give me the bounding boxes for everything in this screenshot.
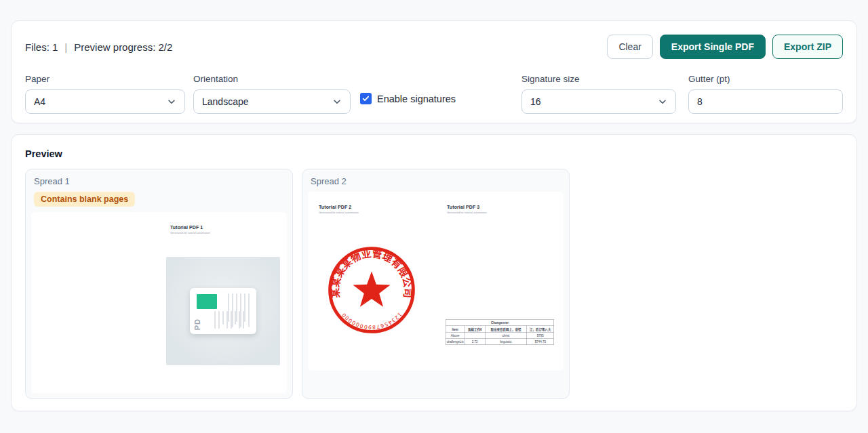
paper-select[interactable]: A4 xyxy=(25,89,185,114)
preview-progress-label: Preview progress: 2/2 xyxy=(74,41,172,53)
spread-1-label: Spread 1 xyxy=(34,176,284,186)
spreads-list: Spread 1 Contains blank pages Tutorial P… xyxy=(25,169,843,399)
orientation-field: Orientation Landscape xyxy=(193,74,351,114)
signature-size-select-value: 16 xyxy=(530,96,541,107)
pdf-1-subtitle: Generated for tutorial automation xyxy=(170,231,288,234)
spread-card-2: Spread 2 Tutorial PDF 2 Generated for tu… xyxy=(302,169,570,399)
controls-row: Paper A4 Orientation Landscape Enable si… xyxy=(25,74,843,114)
table-header-cell: Item xyxy=(446,326,465,333)
gutter-label: Gutter (pt) xyxy=(688,74,843,84)
signature-size-field: Signature size 16 xyxy=(521,74,676,114)
svg-text:1234567890000000: 1234567890000000 xyxy=(340,311,403,330)
files-count-label: Files: 1 xyxy=(25,41,58,53)
pdf-file-icon: PD xyxy=(190,288,256,334)
chevron-down-icon xyxy=(167,97,176,106)
export-single-pdf-button[interactable]: Export Single PDF xyxy=(660,35,766,59)
table-header-cell: 连续工作6 xyxy=(465,326,485,333)
spread-2-page-area: Tutorial PDF 2 Generated for tutorial au… xyxy=(308,192,564,371)
spread-2-left-page: Tutorial PDF 2 Generated for tutorial au… xyxy=(308,192,436,371)
toolbar-row: Files: 1 | Preview progress: 2/2 Clear E… xyxy=(25,35,843,59)
pdf-2-title: Tutorial PDF 2 xyxy=(319,204,436,209)
signature-size-label: Signature size xyxy=(521,74,676,84)
company-stamp: 某某某某物业管理有限公司 1234567890000000 xyxy=(325,242,418,338)
spread-2-label: Spread 2 xyxy=(311,176,561,186)
pdf-1-title: Tutorial PDF 1 xyxy=(170,224,288,230)
export-zip-button[interactable]: Export ZIP xyxy=(772,35,843,59)
table-row: challengeLis 2.72 linguistic $744.70 xyxy=(446,339,554,345)
thumbnail-accent-block xyxy=(197,294,217,309)
orientation-select-value: Landscape xyxy=(202,96,249,107)
gutter-field: Gutter (pt) xyxy=(688,74,843,114)
chevron-down-icon xyxy=(332,97,342,106)
controls-panel: Files: 1 | Preview progress: 2/2 Clear E… xyxy=(11,20,857,123)
pdf-3-subtitle: Generated for tutorial automation xyxy=(447,211,564,214)
pdf-2-subtitle: Generated for tutorial automation xyxy=(319,211,436,214)
paper-select-value: A4 xyxy=(34,96,45,107)
files-info: Files: 1 | Preview progress: 2/2 xyxy=(25,41,172,53)
barcode-lines-bottom xyxy=(214,311,244,329)
pdf-table: Changeover Item 连续工作6 取出来查看网上，说错 江，看订等八大… xyxy=(446,320,554,346)
stamp-serial-text: 1234567890000000 xyxy=(340,311,403,330)
chevron-down-icon xyxy=(658,97,667,106)
enable-signatures-label: Enable signatures xyxy=(377,94,456,104)
toolbar-actions: Clear Export Single PDF Export ZIP xyxy=(607,35,843,59)
divider: | xyxy=(64,41,67,53)
table-title: Changeover xyxy=(446,320,554,326)
orientation-label: Orientation xyxy=(193,74,351,84)
enable-signatures-field: Enable signatures xyxy=(360,74,456,104)
pd-label: PD xyxy=(193,318,201,330)
check-icon xyxy=(362,95,370,102)
paper-label: Paper xyxy=(25,74,185,84)
spread-1-right-page: Tutorial PDF 1 Generated for tutorial au… xyxy=(159,212,288,393)
spread-1-blank-page xyxy=(31,212,159,393)
enable-signatures-checkbox[interactable] xyxy=(360,93,372,104)
pdf-3-title: Tutorial PDF 3 xyxy=(447,204,564,209)
table-row: Above christ $795 xyxy=(446,333,554,339)
gutter-input[interactable] xyxy=(688,89,843,114)
preview-title: Preview xyxy=(25,148,843,159)
table-header-cell: 取出来查看网上，说错 xyxy=(485,326,527,333)
signature-size-select[interactable]: 16 xyxy=(521,89,676,114)
blank-pages-badge: Contains blank pages xyxy=(34,192,135,207)
paper-field: Paper A4 xyxy=(25,74,185,114)
preview-panel: Preview Spread 1 Contains blank pages Tu… xyxy=(11,134,857,411)
pdf-card-illustration: PD xyxy=(166,257,280,365)
table-header-cell: 江，看订等八大 xyxy=(527,326,554,333)
orientation-select[interactable]: Landscape xyxy=(193,89,351,114)
spread-card-1: Spread 1 Contains blank pages Tutorial P… xyxy=(25,169,293,399)
spread-1-page-area: Tutorial PDF 1 Generated for tutorial au… xyxy=(31,212,287,393)
stamp-star xyxy=(353,271,391,306)
spread-2-right-page: Tutorial PDF 3 Generated for tutorial au… xyxy=(436,192,564,371)
clear-button[interactable]: Clear xyxy=(607,35,652,59)
